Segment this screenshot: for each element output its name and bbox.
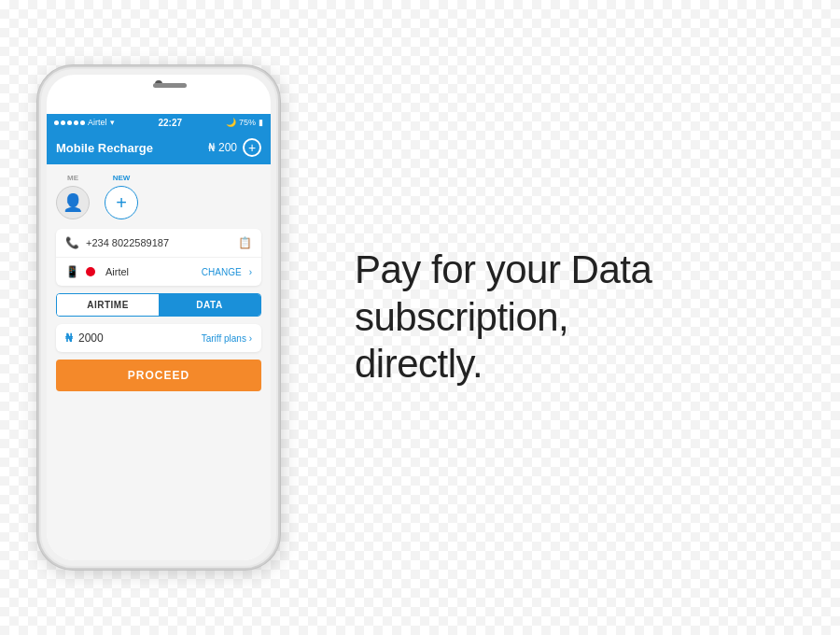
- speaker-grille: [153, 83, 187, 88]
- type-selector: AIRTIME DATA: [56, 293, 261, 317]
- promo-text: Pay for your Data subscription, directly…: [336, 247, 803, 388]
- contact-me[interactable]: ME 👤: [56, 174, 90, 219]
- data-button[interactable]: DATA: [159, 294, 260, 316]
- battery-icon: ▮: [259, 118, 263, 127]
- amount-row: ₦ 2000 Tariff plans ›: [56, 324, 261, 352]
- me-label: ME: [67, 174, 78, 182]
- promo-line2: subscription,: [355, 295, 568, 339]
- signal-dots: [54, 120, 85, 125]
- me-avatar: 👤: [56, 186, 90, 219]
- promo-line1: Pay for your Data: [355, 247, 651, 291]
- wifi-icon: ▾: [110, 118, 115, 127]
- app-header: Mobile Recharge ₦ 200 +: [47, 131, 271, 164]
- airtel-dot: [86, 267, 95, 276]
- tariff-plans-link[interactable]: Tariff plans ›: [202, 333, 252, 344]
- promo-heading: Pay for your Data subscription, directly…: [355, 247, 784, 388]
- add-funds-button[interactable]: +: [243, 138, 261, 157]
- contact-selector: ME 👤 NEW +: [56, 174, 261, 219]
- phone-icon: 📞: [65, 236, 78, 249]
- phone-inner: Airtel ▾ 22:27 🌙 75% ▮ Mobile Recharge: [47, 75, 271, 560]
- app-title: Mobile Recharge: [56, 141, 153, 155]
- add-contact-button[interactable]: +: [105, 186, 138, 219]
- new-label: NEW: [113, 174, 131, 182]
- app-body: ME 👤 NEW + 📞: [47, 164, 271, 401]
- change-carrier-button[interactable]: CHANGE: [202, 267, 242, 277]
- balance-display: ₦ 200: [208, 141, 237, 154]
- phone-number-row: 📞 +234 8022589187 📋: [56, 229, 261, 258]
- status-time: 22:27: [158, 118, 182, 128]
- battery-percent: 75%: [239, 118, 256, 127]
- header-right: ₦ 200 +: [208, 138, 261, 157]
- phone-mockup: Airtel ▾ 22:27 🌙 75% ▮ Mobile Recharge: [37, 65, 280, 570]
- contact-new[interactable]: NEW +: [105, 174, 138, 219]
- carrier-value: Airtel: [105, 266, 194, 277]
- proceed-button[interactable]: PROCEED: [56, 360, 261, 391]
- promo-line3: directly.: [355, 342, 483, 386]
- phone-screen: Airtel ▾ 22:27 🌙 75% ▮ Mobile Recharge: [47, 114, 271, 560]
- airtime-button[interactable]: AIRTIME: [57, 294, 159, 316]
- carrier-name: Airtel: [88, 118, 107, 127]
- moon-icon: 🌙: [226, 118, 236, 127]
- naira-symbol: ₦: [65, 332, 73, 345]
- phone-shell: Airtel ▾ 22:27 🌙 75% ▮ Mobile Recharge: [37, 65, 280, 570]
- amount-value[interactable]: 2000: [78, 332, 104, 345]
- network-row: 📱 Airtel CHANGE ›: [56, 258, 261, 286]
- form-card: 📞 +234 8022589187 📋 📱 Airtel CHANGE ›: [56, 229, 261, 286]
- phone-number-value: +234 8022589187: [86, 237, 231, 248]
- status-right: 🌙 75% ▮: [226, 118, 263, 127]
- sim-icon: 📱: [65, 265, 78, 278]
- contacts-book-icon: 📋: [238, 236, 252, 249]
- amount-left: ₦ 2000: [65, 332, 104, 345]
- status-bar: Airtel ▾ 22:27 🌙 75% ▮: [47, 114, 271, 131]
- chevron-icon: ›: [249, 267, 252, 277]
- status-left: Airtel ▾: [54, 118, 115, 127]
